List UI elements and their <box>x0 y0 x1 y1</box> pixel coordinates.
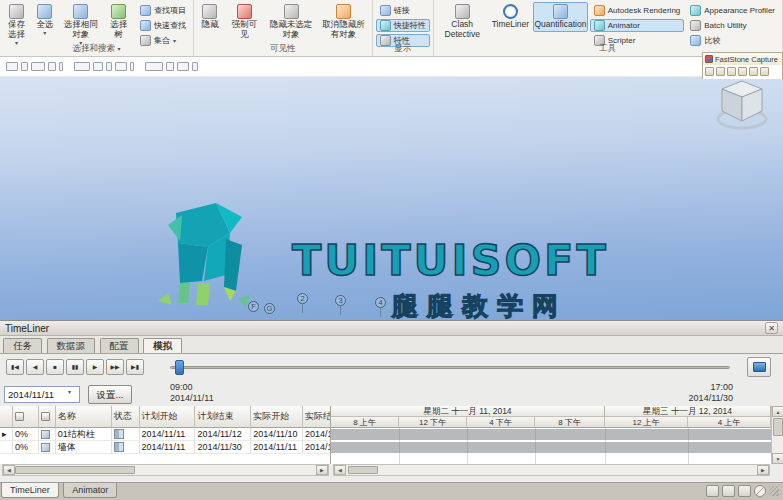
chevron-down-icon[interactable]: ▾ <box>68 388 71 395</box>
toolbar-button[interactable] <box>192 62 198 71</box>
scroll-up-button[interactable]: ▲ <box>772 406 783 417</box>
planned-start-column-header[interactable]: 计划开始 <box>140 406 196 428</box>
toolbar-button[interactable] <box>166 62 174 71</box>
tab-configure[interactable]: 配置 <box>100 338 139 353</box>
gantt-task-bar[interactable] <box>331 429 771 440</box>
gantt-gridline <box>605 428 606 464</box>
toolbar-button[interactable] <box>115 62 127 71</box>
toolbar-button[interactable] <box>6 62 18 71</box>
faststone-titlebar[interactable]: FastStone Capture <box>703 53 782 65</box>
toolbar-button[interactable] <box>59 62 63 71</box>
reverse-play-button[interactable]: ◀ <box>26 359 44 375</box>
attachment-column-header[interactable] <box>39 406 56 428</box>
simulation-slider-thumb[interactable] <box>175 360 184 375</box>
edit-icon[interactable] <box>706 485 719 497</box>
scroll-right-button[interactable]: ▶ <box>316 465 328 475</box>
table-horizontal-scrollbar[interactable]: ◀ ▶ <box>2 464 329 476</box>
rewind-button[interactable]: ▮◀ <box>6 359 24 375</box>
quick-properties-button[interactable]: 快捷特性 <box>376 19 430 32</box>
scroll-thumb[interactable] <box>15 466 135 474</box>
simulation-slider-track[interactable] <box>170 366 730 369</box>
export-animation-button[interactable] <box>747 357 771 377</box>
find-items-label: 查找项目 <box>154 5 186 16</box>
capture-window-icon[interactable] <box>705 67 714 76</box>
hide-button[interactable]: 隐藏 <box>197 2 223 32</box>
links-button[interactable]: 链接 <box>376 4 430 17</box>
play-button[interactable]: ▶ <box>86 359 104 375</box>
unhide-all-button[interactable]: 取消隐藏所有对象 <box>318 2 368 42</box>
actual-start-column-header[interactable]: 实际开始 <box>251 406 303 428</box>
save-selection-button[interactable]: 保存选择 ▾ <box>3 2 30 48</box>
ribbon-group-display: 链接 快捷特性 特性 显示 <box>373 0 434 56</box>
grid-icon[interactable] <box>738 485 751 497</box>
settings-button[interactable]: 设置... <box>88 385 132 404</box>
pause-button[interactable]: ▮▮ <box>66 359 84 375</box>
selection-tree-button[interactable]: 选择树 <box>104 2 134 42</box>
faststone-capture-window[interactable]: FastStone Capture <box>702 52 783 79</box>
resize-grip[interactable] <box>769 486 779 496</box>
tab-tasks[interactable]: 任务 <box>3 338 42 353</box>
timeliner-titlebar[interactable]: TimeLiner ✕ <box>0 321 783 336</box>
batch-utility-button[interactable]: Batch Utility <box>686 19 779 32</box>
scroll-left-button[interactable]: ◀ <box>3 465 15 475</box>
planned-end-column-header[interactable]: 计划结束 <box>195 406 251 428</box>
clash-detective-button[interactable]: Clash Detective <box>437 2 488 42</box>
table-row[interactable]: 0% 墙体 2014/11/11 2014/11/30 2014/11/11 2… <box>0 441 330 454</box>
timeliner-button[interactable]: TimeLiner <box>490 2 531 32</box>
capture-scrolling-icon[interactable] <box>749 67 758 76</box>
close-icon[interactable]: ✕ <box>765 322 778 334</box>
end-button[interactable]: ▶▮ <box>126 359 144 375</box>
fast-forward-button[interactable]: ▶▶ <box>106 359 124 375</box>
tab-simulate[interactable]: 模拟 <box>143 338 182 353</box>
gantt-horizontal-scrollbar[interactable]: ◀ ▶ <box>333 464 770 476</box>
progress-column-header[interactable] <box>13 406 39 428</box>
quantification-button[interactable]: Quantification <box>533 2 588 32</box>
tab-data-sources[interactable]: 数据源 <box>47 338 96 353</box>
windows-icon[interactable] <box>722 485 735 497</box>
scroll-down-button[interactable]: ▼ <box>772 453 783 464</box>
table-row[interactable]: ▸ 0% 01结构柱 2014/11/11 2014/11/12 2014/11… <box>0 428 330 441</box>
toolbar-button[interactable] <box>177 62 189 71</box>
viewport-3d[interactable]: TUITUISOFT 腿腿教学网 F G 2 3 4 <box>0 57 783 320</box>
toolbar-button[interactable] <box>93 62 103 71</box>
dock-tab-animator[interactable]: Animator <box>63 483 117 498</box>
dock-tab-timeliner[interactable]: TimeLiner <box>1 483 59 498</box>
appearance-profiler-button[interactable]: Appearance Profiler <box>686 4 779 17</box>
quick-find-button[interactable]: 快速查找 <box>136 19 190 32</box>
toolbar-button[interactable] <box>106 62 112 71</box>
scroll-right-button[interactable]: ▶ <box>757 465 769 475</box>
toolbar-button[interactable] <box>74 62 90 71</box>
name-column-header[interactable]: 名称 <box>56 406 112 428</box>
actual-end-column-header[interactable]: 实际结... <box>303 406 330 428</box>
toolbar-button[interactable] <box>21 62 28 71</box>
group-label-select-search[interactable]: 选择和搜索 ▾ <box>0 43 193 55</box>
stop-button[interactable]: ■ <box>46 359 64 375</box>
toolbar-button[interactable] <box>48 62 56 71</box>
capture-freehand-icon[interactable] <box>727 67 736 76</box>
view-cube[interactable] <box>715 77 769 137</box>
select-all-button[interactable]: 全选 ▾ <box>32 2 58 38</box>
animator-button[interactable]: Animator <box>590 19 685 32</box>
hide-unselected-icon <box>284 4 299 19</box>
row-expander[interactable]: ▸ <box>0 428 13 441</box>
hide-unselected-button[interactable]: 隐藏未选定对象 <box>266 2 316 42</box>
gantt-vertical-scrollbar[interactable]: ▲ ▼ <box>771 406 783 464</box>
toolbar-button[interactable] <box>31 62 45 71</box>
faststone-settings-icon[interactable] <box>760 67 769 76</box>
select-same-button[interactable]: 选择相同对象 ▾ <box>60 2 102 48</box>
require-button[interactable]: 强制可见 <box>225 2 264 42</box>
gantt-task-bar[interactable] <box>331 442 771 453</box>
toolbar-button[interactable] <box>145 62 163 71</box>
scroll-thumb[interactable] <box>773 418 783 436</box>
toolbar-button[interactable] <box>130 62 134 71</box>
find-items-button[interactable]: 查找项目 <box>136 4 190 17</box>
capture-region-icon[interactable] <box>716 67 725 76</box>
status-column-header[interactable]: 状态 <box>112 406 140 428</box>
row-expander[interactable] <box>0 441 13 454</box>
autodesk-rendering-button[interactable]: Autodesk Rendering <box>590 4 685 17</box>
scroll-thumb[interactable] <box>348 466 378 474</box>
expander-column-header[interactable] <box>0 406 13 428</box>
scroll-left-button[interactable]: ◀ <box>334 465 346 475</box>
gantt-chart[interactable]: 星期二 十一月 11, 2014 星期三 十一月 12, 2014 8 上午 1… <box>331 406 771 464</box>
capture-fullscreen-icon[interactable] <box>738 67 747 76</box>
